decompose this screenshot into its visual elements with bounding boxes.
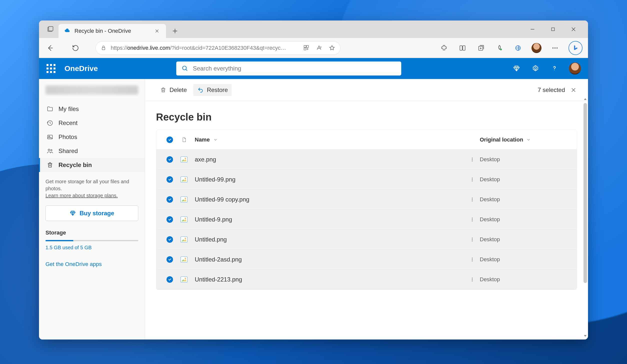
svg-point-28 xyxy=(472,180,473,181)
file-name[interactable]: Untitled-2213.png xyxy=(192,276,465,283)
collections-icon[interactable] xyxy=(476,43,486,53)
row-more-icon[interactable] xyxy=(465,237,480,242)
sidebar-item-shared[interactable]: Shared xyxy=(39,144,145,158)
bing-chat-button[interactable] xyxy=(568,41,582,55)
sidebar-item-photos[interactable]: Photos xyxy=(39,130,145,144)
svg-rect-4 xyxy=(304,46,306,48)
row-more-icon[interactable] xyxy=(465,217,480,222)
url-text: https://onedrive.live.com/?id=root&cid=7… xyxy=(111,45,286,51)
main-content: Delete Restore 7 selected Recycle bin xyxy=(145,79,588,340)
svg-point-43 xyxy=(472,280,473,281)
profile-avatar[interactable] xyxy=(532,43,542,53)
clear-selection-icon[interactable] xyxy=(570,86,577,94)
settings-icon[interactable] xyxy=(531,64,540,73)
check-icon xyxy=(166,196,173,203)
column-header-name[interactable]: Name xyxy=(192,136,465,143)
file-location: Desktop xyxy=(480,176,570,183)
file-name[interactable]: Untitled-9.png xyxy=(192,216,465,223)
table-row[interactable]: Untitled-2asd.png Desktop xyxy=(156,250,577,270)
column-header-location[interactable]: Original location xyxy=(480,136,570,143)
chevron-down-icon xyxy=(526,138,531,142)
url-box[interactable]: https://onedrive.live.com/?id=root&cid=7… xyxy=(96,41,340,55)
row-checkbox[interactable] xyxy=(163,236,176,243)
refresh-button[interactable] xyxy=(70,42,81,54)
performance-icon[interactable] xyxy=(494,43,504,53)
search-input[interactable] xyxy=(193,65,396,72)
brand-label[interactable]: OneDrive xyxy=(64,64,98,73)
row-more-icon[interactable] xyxy=(465,157,480,162)
restore-button[interactable]: Restore xyxy=(193,84,232,96)
onedrive-body: My files Recent Photos Shared Recycle bi… xyxy=(39,79,588,340)
storage-learn-link[interactable]: Learn more about storage plans. xyxy=(46,193,118,198)
sidebar-item-label: Photos xyxy=(58,134,77,140)
tab-actions-button[interactable] xyxy=(45,24,55,34)
row-more-icon[interactable] xyxy=(465,197,480,202)
sidebar-item-recent[interactable]: Recent xyxy=(39,116,145,130)
app-available-icon[interactable] xyxy=(303,45,309,51)
scroll-down-icon[interactable] xyxy=(583,334,588,338)
filetype-column-icon[interactable] xyxy=(176,137,192,142)
back-button[interactable] xyxy=(44,42,56,54)
minimize-button[interactable] xyxy=(528,25,537,34)
file-name[interactable]: Untitled-2asd.png xyxy=(192,256,465,263)
file-name[interactable]: Untitled-99.png xyxy=(192,176,465,183)
get-apps-link[interactable]: Get the OneDrive apps xyxy=(39,255,145,274)
table-row[interactable]: Untitled-99 copy.png Desktop xyxy=(156,190,577,210)
row-more-icon[interactable] xyxy=(465,257,480,262)
account-avatar[interactable] xyxy=(569,62,581,74)
file-location: Desktop xyxy=(480,156,570,163)
extensions-icon[interactable] xyxy=(439,43,449,53)
read-aloud-icon[interactable] xyxy=(316,45,322,51)
select-all-checkbox[interactable] xyxy=(163,136,176,143)
site-info-icon[interactable] xyxy=(101,45,106,51)
check-icon xyxy=(166,156,173,163)
svg-rect-2 xyxy=(552,28,554,31)
more-menu-icon[interactable] xyxy=(550,43,560,53)
table-row[interactable]: Untitled-2213.png Desktop xyxy=(156,270,577,290)
svg-point-25 xyxy=(472,160,473,161)
file-name[interactable]: Untitled-99 copy.png xyxy=(192,196,465,203)
table-row[interactable]: Untitled-9.png Desktop xyxy=(156,210,577,230)
row-checkbox[interactable] xyxy=(163,196,176,203)
table-row[interactable]: Untitled-99.png Desktop xyxy=(156,170,577,190)
file-name[interactable]: Untitled.png xyxy=(192,236,465,243)
browser-window: Recycle bin - OneDrive https://onedrive.… xyxy=(39,20,588,340)
split-screen-icon[interactable] xyxy=(458,43,468,53)
file-name[interactable]: axe.png xyxy=(192,156,465,163)
recycle-bin-icon xyxy=(46,162,54,168)
sidebar-item-my-files[interactable]: My files xyxy=(39,102,145,116)
account-name-blurred xyxy=(46,86,138,94)
file-type-icon xyxy=(176,176,192,182)
ie-mode-icon[interactable] xyxy=(513,43,523,53)
row-checkbox[interactable] xyxy=(163,256,176,263)
scroll-up-icon[interactable] xyxy=(583,97,588,102)
row-checkbox[interactable] xyxy=(163,216,176,223)
table-row[interactable]: axe.png Desktop xyxy=(156,150,577,170)
delete-button[interactable]: Delete xyxy=(156,84,191,96)
check-icon xyxy=(166,136,173,143)
svg-point-34 xyxy=(472,220,473,221)
premium-icon[interactable] xyxy=(512,64,521,73)
row-checkbox[interactable] xyxy=(163,156,176,163)
svg-point-29 xyxy=(472,198,473,198)
favorite-icon[interactable] xyxy=(329,45,335,51)
search-box[interactable] xyxy=(176,62,401,76)
row-checkbox[interactable] xyxy=(163,276,176,283)
new-tab-button[interactable] xyxy=(168,24,182,38)
row-checkbox[interactable] xyxy=(163,176,176,183)
buy-storage-button[interactable]: Buy storage xyxy=(46,206,138,221)
browser-tab-active[interactable]: Recycle bin - OneDrive xyxy=(58,24,166,38)
tab-close-icon[interactable] xyxy=(154,28,160,34)
svg-point-13 xyxy=(554,47,556,48)
scrollbar-thumb[interactable] xyxy=(584,103,587,283)
sidebar-item-recycle-bin[interactable]: Recycle bin xyxy=(39,158,145,172)
window-close-button[interactable] xyxy=(569,25,578,34)
svg-point-33 xyxy=(472,219,473,220)
maximize-button[interactable] xyxy=(548,25,558,34)
row-more-icon[interactable] xyxy=(465,277,480,282)
table-row[interactable]: Untitled.png Desktop xyxy=(156,230,577,250)
row-more-icon[interactable] xyxy=(465,177,480,182)
storage-used-link[interactable]: 1.5 GB used of 5 GB xyxy=(46,245,138,250)
app-launcher-icon[interactable] xyxy=(46,64,56,74)
help-icon[interactable] xyxy=(550,64,559,73)
